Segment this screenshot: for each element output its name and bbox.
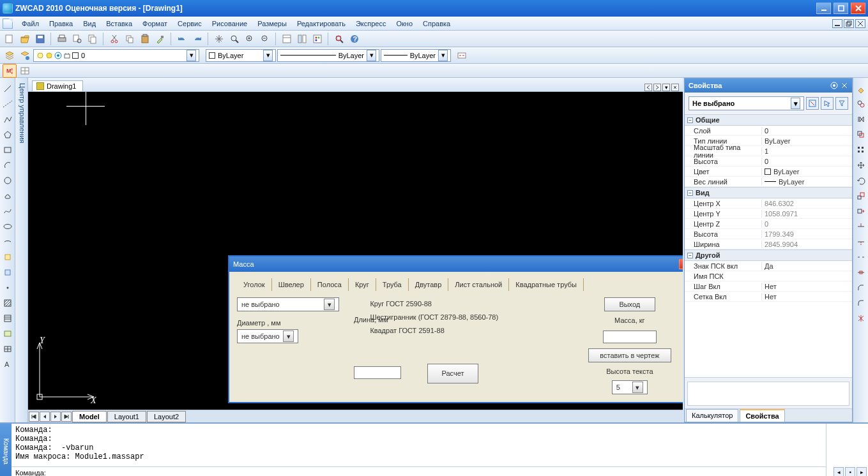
hatch-tool[interactable] [2,297,13,309]
prop-value[interactable]: ByLayer [761,178,852,186]
menu-window[interactable]: Окно [391,18,418,29]
layer-previous-button[interactable] [18,48,32,63]
join-tool[interactable] [855,267,867,278]
open-button[interactable] [18,32,32,46]
prop-row[interactable]: Ширина2845.9904 [685,239,852,249]
prop-section-header[interactable]: −Общие [685,114,852,126]
cmd-scroll-right[interactable]: ▸ [857,467,867,476]
mtext-toggle-button[interactable]: M¦ [3,64,17,78]
layout-prev-button[interactable] [40,412,50,422]
dialog-tab-strip[interactable]: Полоса [311,278,349,291]
color-combo-arrow[interactable]: ▾ [263,50,273,61]
profile-select[interactable]: не выбрано ▾ [237,297,339,311]
mtext-tool[interactable]: A [2,359,13,370]
prop-row[interactable]: Шаг ВклНет [685,281,852,292]
prop-row[interactable]: Центр Z0 [685,219,852,229]
extend-tool[interactable] [855,236,867,248]
mdi-close-button[interactable] [855,19,865,28]
dialog-tab-sheet[interactable]: Лист стальной [448,278,509,291]
dialog-tab-corner[interactable]: Уголок [237,278,272,291]
dialog-tab-ibeam[interactable]: Двутавр [409,278,449,291]
move-tool[interactable] [855,160,867,171]
print-preview-button[interactable] [70,32,84,46]
prop-row[interactable]: Центр Y1058.0971 [685,209,852,219]
circle-tool[interactable] [2,175,13,186]
mdi-minimize-button[interactable] [832,19,842,28]
redo-button[interactable] [190,32,204,46]
rotate-tool[interactable] [855,175,867,186]
insert-block-tool[interactable] [2,251,13,263]
menu-draw[interactable]: Рисование [207,18,252,29]
prop-value[interactable]: 1058.0971 [761,210,852,218]
match-props-button[interactable] [153,32,167,46]
dialog-tab-channel[interactable]: Швелер [272,278,311,291]
prop-value[interactable]: ByLayer [761,168,852,175]
layer-combo[interactable]: 0 ▾ [33,49,199,62]
rectangle-tool[interactable] [2,144,13,156]
prop-section-header[interactable]: −Вид [685,187,852,198]
menu-format[interactable]: Формат [137,18,172,29]
layout-tab-layout2[interactable]: Layout2 [147,411,186,422]
prop-row[interactable]: Масштаб типа линии1 [685,146,852,156]
erase-tool[interactable] [855,83,867,94]
layout-last-button[interactable] [61,412,72,422]
length-input[interactable] [354,366,401,379]
prop-row[interactable]: ЦветByLayer [685,167,852,177]
menu-dimension[interactable]: Размеры [252,18,292,29]
menu-view[interactable]: Вид [78,18,101,29]
prop-row[interactable]: Сетка ВклНет [685,292,852,302]
arc-tool[interactable] [2,160,13,171]
tab-close[interactable]: × [671,84,679,91]
quick-select-button[interactable] [806,97,819,110]
calc-button[interactable]: Расчет [427,364,478,383]
menu-help[interactable]: Справка [418,18,455,29]
layer-manager-button[interactable] [3,48,17,63]
table-tool[interactable] [2,343,13,355]
prop-value[interactable]: Нет [761,283,852,290]
selection-combo[interactable]: Не выбрано ▾ [689,96,804,110]
menu-express[interactable]: Экспресс [351,18,392,29]
polyline-tool[interactable] [2,114,13,125]
construction-line-tool[interactable] [2,98,13,110]
scale-tool[interactable] [855,190,867,202]
menu-file[interactable]: Файл [17,18,44,29]
filter-button[interactable] [835,97,848,110]
trim-tool[interactable] [855,221,867,232]
insert-button[interactable]: вставить в чертеж [588,348,671,362]
prop-section-header[interactable]: −Другой [685,249,852,261]
ellipse-arc-tool[interactable] [2,236,13,248]
print-button[interactable] [55,32,69,46]
layout-tab-layout1[interactable]: Layout1 [107,411,146,422]
prop-value[interactable]: 2845.9904 [761,241,852,248]
tool-palette-button[interactable] [310,32,324,46]
prop-value[interactable]: 0 [761,220,852,228]
dialog-close-button[interactable]: × [679,259,683,269]
copy-button[interactable] [123,32,137,46]
layout-next-button[interactable] [50,412,61,422]
pin-icon[interactable] [830,82,838,89]
zoom-realtime-button[interactable] [227,32,241,46]
text-height-select[interactable]: 5 ▾ [612,380,648,394]
linetype-manager-button[interactable] [455,48,469,63]
fillet-tool[interactable] [855,297,867,309]
offset-tool[interactable] [855,129,867,140]
bottom-tab-calc[interactable]: Калькулятор [686,409,738,422]
command-panel-label[interactable]: Команда [0,424,11,476]
minimize-button[interactable] [816,3,831,14]
bottom-tab-props[interactable]: Свойства [740,409,784,422]
region-tool[interactable] [2,328,13,339]
prop-value[interactable]: ByLayer [761,137,852,145]
spline-tool[interactable] [2,205,13,217]
zoom-window-button[interactable] [243,32,257,46]
prop-row[interactable]: Вес линий ByLayer [685,177,852,187]
lineweight-combo-arrow[interactable]: ▾ [438,50,448,61]
prop-value[interactable]: 846.6302 [761,200,852,207]
make-block-tool[interactable] [2,267,13,278]
properties-toggle-button[interactable] [280,32,294,46]
color-combo[interactable]: ByLayer ▾ [206,49,276,62]
dialog-tab-round[interactable]: Круг [349,278,376,291]
paste-button[interactable] [138,32,152,46]
cmd-scroll-left[interactable]: ◂ [834,467,844,476]
prop-value[interactable]: 1 [761,147,852,155]
maximize-button[interactable] [834,3,848,14]
